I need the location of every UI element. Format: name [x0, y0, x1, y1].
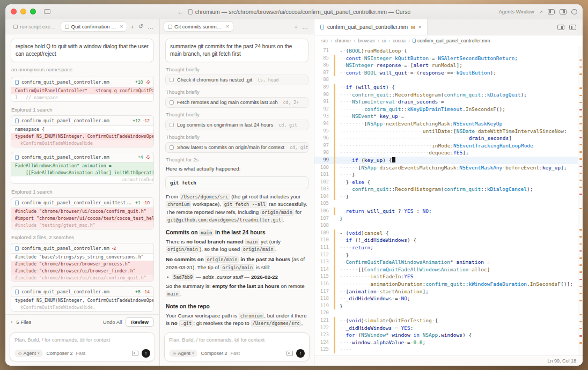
diff-snippet[interactable]: #include "chrome/browser/ui/cocoa/confir…: [11, 208, 154, 230]
overview-ruler[interactable]: [578, 46, 583, 356]
code-line-95[interactable]: 95···························untilDate:[…: [314, 128, 583, 135]
file-diff-card[interactable]: confirm_quit_panel_controller.mm+12-12: [11, 115, 154, 125]
chat-tab[interactable]: Quit confirmation di...×: [61, 22, 127, 31]
diff-snippet[interactable]: typedef NS_ENUM(NSInteger, ConfirmQuitFa…: [11, 297, 154, 312]
code-line-113[interactable]: 113··ConfirmQuitFadeAllWindowsAnimation*…: [314, 258, 583, 266]
code-line-108[interactable]: 108: [314, 222, 583, 230]
explored-label[interactable]: Explored 1 search: [11, 107, 153, 113]
attach-image-icon[interactable]: [132, 351, 138, 356]
code-line-85[interactable]: 85··const·NSInteger·kQuitButton·=·NSAler…: [314, 55, 583, 62]
code-line-92[interactable]: 92········confirm_quit::kKeyUpDrainTimeo…: [314, 106, 583, 113]
breadcrumb-item[interactable]: ui: [382, 38, 386, 43]
breadcrumb-item[interactable]: confirm_quit_panel_controller.mm: [413, 38, 490, 43]
zoom-window-button[interactable]: [30, 9, 36, 14]
code-line-91[interactable]: 91····NSTimeInterval·drain_seconds·=: [314, 98, 583, 106]
chat-input-placeholder[interactable]: Plan, Build, / for commands, @ for conte…: [14, 337, 150, 343]
minimize-window-button[interactable]: [20, 9, 26, 14]
toggle-layout-icon[interactable]: [569, 25, 576, 30]
new-chat-tab-button[interactable]: +: [293, 24, 299, 30]
code-line-104[interactable]: 104··}: [314, 193, 583, 201]
code-line-101[interactable]: 101····}: [314, 171, 583, 179]
file-diff-card[interactable]: confirm_quit_panel_controller_unittest.m…: [11, 197, 154, 208]
undo-all-button[interactable]: Undo All: [103, 319, 122, 325]
chat-input-placeholder[interactable]: Plan, Build, / for commands, @ for conte…: [169, 337, 305, 343]
files-changed-label[interactable]: 5 Files: [16, 319, 31, 325]
diff-snippet[interactable]: ConfirmQuitPanelController* __strong g_c…: [11, 87, 154, 102]
window-tab-icon[interactable]: [44, 9, 50, 14]
file-diff-card[interactable]: confirm_quit_panel_controller.mm+10-9: [11, 77, 154, 87]
send-button[interactable]: ↑: [296, 349, 305, 358]
code-line-115[interactable]: 115··········initFadeIn:YES: [314, 273, 583, 280]
code-line-98[interactable]: 98·····························dequeue:Y…: [314, 149, 583, 157]
model-selector[interactable]: Composer 2: [46, 351, 72, 356]
close-window-button[interactable]: [11, 9, 17, 14]
code-line-117[interactable]: 117··[animation·startAnimation];: [314, 288, 583, 295]
model-selector[interactable]: Composer 2: [201, 351, 227, 356]
thought-label[interactable]: Thought briefly: [166, 89, 308, 95]
agent-task-item[interactable]: Show latest 5 commits on origin/main for…: [165, 142, 308, 153]
breadcrumb-item[interactable]: chrome: [335, 38, 351, 43]
agent-task-item[interactable]: Check if chromium has nested .gitls, hea…: [165, 75, 308, 85]
explored-label[interactable]: Explored 1 search: [11, 189, 153, 195]
code-line-119[interactable]: 119}: [314, 302, 583, 310]
close-tab-icon[interactable]: ×: [418, 24, 422, 30]
toggle-panel-icon[interactable]: [560, 9, 567, 14]
code-line-112[interactable]: 112··}: [314, 251, 583, 259]
breadcrumb-item[interactable]: browser: [358, 38, 375, 43]
code-line-90[interactable]: 90····confirm_quit::RecordHistogram(conf…: [314, 91, 583, 99]
code-line-102[interactable]: 102··}·else·{: [314, 179, 583, 186]
thought-label[interactable]: Thought for 2s: [166, 157, 308, 162]
code-editor[interactable]: 71-·(BOOL)runModalLoop·{85··const·NSInte…: [314, 46, 583, 356]
code-line-93[interactable]: 93····NSEvent*·key_up·=: [314, 113, 583, 120]
code-line-94[interactable]: 94········[NSApp·nextEventMatchingMask:N…: [314, 120, 583, 128]
agent-mode-selector[interactable]: ∞ Agent ▾: [14, 350, 43, 357]
code-line-116[interactable]: 116··········animationDuration:confirm_q…: [314, 280, 583, 288]
code-line-110[interactable]: 110··if·(!_didHideWindows)·{: [314, 236, 583, 244]
user-message[interactable]: replace hold Q to quit with a window dia…: [11, 39, 154, 62]
close-tab-icon[interactable]: ×: [120, 24, 123, 29]
code-line-88[interactable]: 88: [314, 76, 583, 84]
speed-selector[interactable]: Fast: [76, 351, 86, 356]
composer1-conversation[interactable]: replace hold Q to quit with a window dia…: [5, 34, 159, 314]
speed-selector[interactable]: Fast: [231, 351, 240, 356]
code-line-87[interactable]: 87··const·BOOL·will_quit·=·(response·==·…: [314, 69, 583, 77]
review-button[interactable]: Review: [126, 317, 154, 327]
agent-task-item[interactable]: Fetch remotes and log main commits last …: [165, 97, 308, 108]
code-block[interactable]: git fetch: [165, 176, 308, 189]
user-message[interactable]: summarize git commits for the past 24 ho…: [165, 39, 308, 62]
agents-window-link[interactable]: Agents Window: [498, 9, 534, 14]
code-line-109[interactable]: 109-·(void)cancel·{: [314, 230, 583, 237]
code-line-114[interactable]: 114······[[ConfirmQuitFadeAllWindowsAnim…: [314, 266, 583, 273]
file-diff-card[interactable]: confirm_quit_panel_controller.mm-2: [11, 243, 154, 253]
composer2-input[interactable]: Plan, Build, / for commands, @ for conte…: [164, 332, 310, 361]
code-line-89[interactable]: 89··if·(will_quit)·{: [314, 84, 583, 91]
more-options-icon[interactable]: …: [300, 24, 310, 30]
code-line-123[interactable]: 123··for·(NSWindow*·window·in·NSApp.wind…: [314, 331, 583, 339]
send-button[interactable]: ↑: [142, 349, 150, 358]
more-options-icon[interactable]: …: [146, 24, 155, 30]
code-line-125[interactable]: 125····: [314, 346, 583, 353]
file-diff-card[interactable]: confirm_quit_panel_controller.mm+4-5: [11, 152, 154, 162]
cursor-position[interactable]: Ln 99, Col 18: [547, 358, 576, 364]
composer2-conversation[interactable]: summarize git commits for the past 24 ho…: [160, 34, 314, 329]
composer1-input[interactable]: Plan, Build, / for commands, @ for conte…: [10, 332, 155, 361]
code-line-71[interactable]: 71-·(BOOL)runModalLoop·{: [314, 47, 583, 55]
code-line-111[interactable]: 111····return;: [314, 244, 583, 251]
toggle-sidebar-icon[interactable]: [548, 9, 555, 14]
code-line-107[interactable]: 107}: [314, 215, 583, 223]
file-diff-card[interactable]: confirm_quit_panel_controller.mm+8-14: [11, 286, 154, 297]
close-tab-icon[interactable]: ×: [226, 24, 229, 29]
code-line-86[interactable]: 86··NSInteger·response·=·[alert·runModal…: [314, 62, 583, 69]
agent-mode-selector[interactable]: ∞ Agent ▾: [169, 350, 197, 357]
code-line-121[interactable]: 121-·(void)simulateQuitForTesting·{: [314, 317, 583, 324]
breadcrumb-item[interactable]: src: [321, 38, 328, 43]
code-line-106[interactable]: 106··return·will_quit·?·YES·:·NO;: [314, 208, 583, 215]
chevron-right-icon[interactable]: ›: [11, 319, 12, 325]
back-icon[interactable]: ←: [178, 9, 183, 15]
thought-label[interactable]: Thought briefly: [166, 66, 308, 72]
chat-tab[interactable]: Git commits summary for main ...×: [164, 22, 233, 31]
diff-snippet[interactable]: FadeAllWindowsAnimation* animation = [[F…: [11, 162, 154, 184]
breadcrumb-item[interactable]: cocoa: [393, 38, 406, 43]
history-icon[interactable]: ↺: [137, 23, 145, 30]
code-line-120[interactable]: 120: [314, 309, 583, 317]
